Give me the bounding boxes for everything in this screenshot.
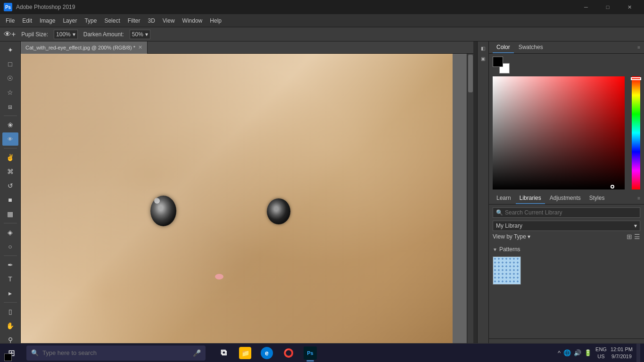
clone-tool[interactable]: ⌘: [2, 165, 18, 178]
tray-expand-icon[interactable]: ^: [558, 349, 561, 356]
cat-nose: [215, 274, 223, 280]
eraser-tool[interactable]: ■: [2, 193, 18, 206]
menu-item-select[interactable]: Select: [100, 16, 124, 26]
move-tool[interactable]: ✦: [2, 43, 18, 57]
taskbar-app-chrome[interactable]: ⭕: [278, 344, 299, 362]
history-brush[interactable]: ↺: [2, 179, 18, 192]
vertical-scrollbar-thumb[interactable]: [468, 55, 473, 92]
gradient-tool[interactable]: ▦: [2, 207, 18, 221]
menu-item-view[interactable]: View: [159, 16, 179, 26]
menu-item-help[interactable]: Help: [206, 16, 225, 26]
tab-swatches[interactable]: Swatches: [515, 42, 547, 53]
menu-item-edit[interactable]: Edit: [18, 16, 36, 26]
pupil-size-dropdown[interactable]: 100% ▾: [54, 30, 78, 39]
library-content: ▼ Patterns: [489, 242, 644, 338]
lib-pattern-item-1[interactable]: [493, 256, 521, 285]
darken-amount-dropdown[interactable]: 50% ▾: [130, 30, 150, 39]
show-desktop-button[interactable]: [636, 344, 640, 362]
menu-item-file[interactable]: File: [2, 16, 18, 26]
color-mode-icon[interactable]: ◧: [479, 43, 488, 53]
system-clock[interactable]: 12:01 PM 9/7/2019: [611, 346, 633, 360]
canvas-area: Cat_with_red-eye_effect.jpg @ 200% (RGB/…: [21, 41, 473, 362]
pen-tool[interactable]: ✒: [2, 258, 18, 272]
battery-icon[interactable]: 🔋: [584, 349, 592, 356]
libraries-tabs: Learn Libraries Adjustments Styles ≡: [489, 192, 644, 205]
list-view-icon[interactable]: ☰: [634, 233, 640, 240]
selection-tool[interactable]: □: [2, 58, 18, 71]
crop-tool[interactable]: ⧆: [2, 100, 18, 113]
hand-tool[interactable]: ✋: [2, 319, 18, 332]
menu-item-image[interactable]: Image: [36, 16, 59, 26]
color-gradient-picker[interactable]: [493, 76, 625, 189]
workspace: ✦ □ ☉ ☆ ⧆ ❀ 👁 ✌ ⌘ ↺ ■ ▦ ◈ ○ ✒ T ▸ ▯ ✋ ⚲: [0, 41, 644, 362]
menu-item-window[interactable]: Window: [179, 16, 206, 26]
lang-code: ENG US: [595, 346, 607, 360]
close-button[interactable]: ✕: [619, 0, 640, 14]
taskbar-search-input[interactable]: [42, 349, 189, 356]
taskbar-app-explorer[interactable]: 📁: [235, 344, 256, 362]
tab-color[interactable]: Color: [493, 42, 514, 53]
type-tool[interactable]: T: [2, 272, 18, 286]
minimize-button[interactable]: ─: [575, 0, 597, 14]
eyedropper-tool[interactable]: ❀: [2, 118, 18, 132]
tab-learn[interactable]: Learn: [493, 193, 515, 204]
library-dropdown[interactable]: My Library ▾: [493, 221, 640, 231]
cat-left-eye: [150, 196, 176, 226]
menu-item-type[interactable]: Type: [81, 16, 100, 26]
menu-item-filter[interactable]: Filter: [124, 16, 144, 26]
tab-styles[interactable]: Styles: [586, 193, 609, 204]
vertical-scrollbar[interactable]: [467, 54, 473, 349]
foreground-color-swatch-panel[interactable]: [493, 57, 503, 67]
blur-tool[interactable]: ◈: [2, 226, 18, 239]
brush-tool[interactable]: ✌: [2, 151, 18, 164]
panel-separator[interactable]: [473, 41, 477, 362]
color-panel-expand-icon[interactable]: ≡: [637, 45, 640, 50]
menu-item-3d[interactable]: 3D: [144, 16, 158, 26]
library-search-input[interactable]: [505, 209, 637, 216]
cat-photo[interactable]: [21, 54, 453, 355]
color-swatches-row: [493, 57, 640, 74]
titlebar-controls[interactable]: ─ □ ✕: [575, 0, 640, 14]
tab-libraries[interactable]: Libraries: [516, 193, 545, 204]
libraries-expand-icon[interactable]: ≡: [637, 196, 640, 201]
taskbar-app-taskview[interactable]: ⧉: [213, 344, 234, 362]
properties-icon[interactable]: ▣: [479, 54, 488, 63]
search-icon: 🔍: [496, 209, 503, 216]
chrome-icon: ⭕: [282, 347, 295, 359]
taskbar-app-photoshop[interactable]: Ps: [300, 344, 321, 362]
taskbar-apps: ⧉ 📁 e ⭕ Ps: [209, 344, 324, 362]
view-by-label[interactable]: View by Type ▾: [493, 233, 530, 240]
fg-bg-color-swatch[interactable]: [493, 57, 510, 74]
language-indicator[interactable]: ENG US: [595, 346, 607, 360]
microphone-icon[interactable]: 🎤: [193, 349, 201, 357]
maximize-button[interactable]: □: [597, 0, 619, 14]
canvas-image[interactable]: [21, 54, 453, 355]
taskbar-search[interactable]: 🔍 🎤: [26, 346, 206, 361]
view-by-chevron-icon: ▾: [528, 233, 530, 240]
library-search-container[interactable]: 🔍: [493, 207, 640, 218]
lasso-tool[interactable]: ☉: [2, 72, 18, 85]
tab-close-button[interactable]: ✕: [138, 44, 142, 50]
tool-separator-4: [4, 255, 17, 256]
path-selection[interactable]: ▸: [2, 287, 18, 300]
tab-adjustments[interactable]: Adjustments: [546, 193, 585, 204]
grid-view-icon[interactable]: ⊞: [627, 233, 632, 240]
menu-item-layer[interactable]: Layer: [59, 16, 81, 26]
volume-icon[interactable]: 🔊: [574, 349, 581, 356]
rectangle-tool[interactable]: ▯: [2, 305, 18, 318]
libraries-panel: Learn Libraries Adjustments Styles ≡ 🔍 M…: [489, 192, 644, 353]
tab-title: Cat_with_red-eye_effect.jpg @ 200% (RGB/…: [25, 45, 135, 50]
system-tray: ^ 🌐 🔊 🔋: [558, 349, 592, 356]
document-tab[interactable]: Cat_with_red-eye_effect.jpg @ 200% (RGB/…: [21, 41, 148, 54]
redeye-tool-icon: 👁+: [4, 30, 16, 39]
canvas-wrapper[interactable]: [21, 54, 473, 355]
magic-wand-tool[interactable]: ☆: [2, 86, 18, 99]
dodge-tool[interactable]: ○: [2, 240, 18, 253]
color-spectrum-bar[interactable]: [632, 76, 640, 189]
taskbar-app-edge[interactable]: e: [256, 344, 277, 362]
network-icon[interactable]: 🌐: [563, 349, 571, 356]
clock-time: 12:01 PM: [611, 346, 633, 353]
search-bar-icon: 🔍: [31, 349, 39, 356]
redeye-tool[interactable]: 👁: [2, 132, 18, 146]
tool-separator-5: [4, 302, 17, 303]
